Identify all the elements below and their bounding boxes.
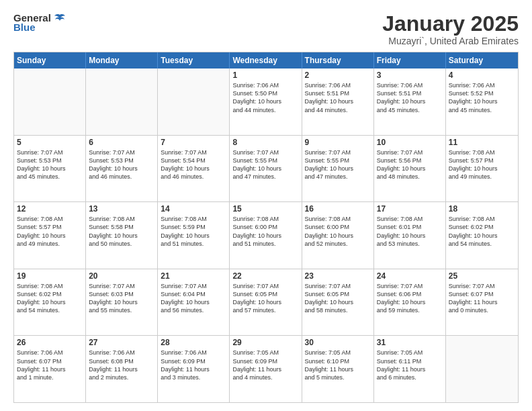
day-cell-27: 27Sunrise: 7:06 AMSunset: 6:08 PMDayligh… xyxy=(86,336,158,402)
calendar-row-4: 26Sunrise: 7:06 AMSunset: 6:07 PMDayligh… xyxy=(14,335,518,402)
day-cell-18: 18Sunrise: 7:08 AMSunset: 6:02 PMDayligh… xyxy=(446,202,518,269)
day-cell-5: 5Sunrise: 7:07 AMSunset: 5:53 PMDaylight… xyxy=(14,136,86,202)
day-number: 21 xyxy=(161,271,226,281)
day-number: 8 xyxy=(232,138,298,147)
day-cell-15: 15Sunrise: 7:08 AMSunset: 6:00 PMDayligh… xyxy=(230,202,302,269)
day-cell-23: 23Sunrise: 7:07 AMSunset: 6:05 PMDayligh… xyxy=(302,269,374,336)
calendar-row-2: 12Sunrise: 7:08 AMSunset: 5:57 PMDayligh… xyxy=(14,201,518,269)
weekday-header-thursday: Thursday xyxy=(302,52,374,68)
day-number: 5 xyxy=(17,138,83,147)
day-number: 7 xyxy=(161,138,226,147)
logo-blue-text: Blue xyxy=(13,21,36,33)
day-details: Sunrise: 7:07 AMSunset: 5:54 PMDaylight:… xyxy=(161,148,226,181)
day-details: Sunrise: 7:07 AMSunset: 6:04 PMDaylight:… xyxy=(161,282,226,315)
calendar-body: 1Sunrise: 7:06 AMSunset: 5:50 PMDaylight… xyxy=(14,68,518,402)
day-details: Sunrise: 7:07 AMSunset: 5:55 PMDaylight:… xyxy=(305,148,371,181)
day-number: 27 xyxy=(89,338,154,347)
day-cell-31: 31Sunrise: 7:05 AMSunset: 6:11 PMDayligh… xyxy=(374,336,446,402)
day-details: Sunrise: 7:07 AMSunset: 6:05 PMDaylight:… xyxy=(232,282,298,315)
day-details: Sunrise: 7:08 AMSunset: 5:59 PMDaylight:… xyxy=(161,215,226,248)
empty-cell xyxy=(14,68,86,135)
day-details: Sunrise: 7:08 AMSunset: 6:02 PMDaylight:… xyxy=(449,215,515,248)
day-details: Sunrise: 7:07 AMSunset: 5:55 PMDaylight:… xyxy=(232,148,298,181)
day-cell-14: 14Sunrise: 7:08 AMSunset: 5:59 PMDayligh… xyxy=(158,202,230,269)
day-number: 24 xyxy=(377,271,443,281)
day-cell-19: 19Sunrise: 7:08 AMSunset: 6:02 PMDayligh… xyxy=(14,269,86,336)
calendar-row-1: 5Sunrise: 7:07 AMSunset: 5:53 PMDaylight… xyxy=(14,135,518,202)
day-details: Sunrise: 7:07 AMSunset: 5:53 PMDaylight:… xyxy=(17,148,83,181)
day-details: Sunrise: 7:07 AMSunset: 5:53 PMDaylight:… xyxy=(89,148,154,181)
day-number: 15 xyxy=(232,204,298,214)
day-details: Sunrise: 7:06 AMSunset: 6:07 PMDaylight:… xyxy=(17,349,83,381)
day-number: 26 xyxy=(17,338,83,347)
day-cell-25: 25Sunrise: 7:07 AMSunset: 6:07 PMDayligh… xyxy=(446,269,518,336)
day-number: 12 xyxy=(17,204,83,214)
day-cell-3: 3Sunrise: 7:06 AMSunset: 5:51 PMDaylight… xyxy=(374,68,446,135)
day-details: Sunrise: 7:08 AMSunset: 5:57 PMDaylight:… xyxy=(449,148,515,181)
empty-cell xyxy=(86,68,158,135)
day-number: 17 xyxy=(377,204,443,214)
day-number: 20 xyxy=(89,271,154,281)
day-number: 28 xyxy=(161,338,226,347)
day-cell-11: 11Sunrise: 7:08 AMSunset: 5:57 PMDayligh… xyxy=(446,136,518,202)
day-details: Sunrise: 7:08 AMSunset: 6:02 PMDaylight:… xyxy=(17,282,83,315)
day-details: Sunrise: 7:06 AMSunset: 6:09 PMDaylight:… xyxy=(161,349,226,381)
day-number: 11 xyxy=(449,138,515,147)
day-number: 22 xyxy=(232,271,298,281)
day-details: Sunrise: 7:06 AMSunset: 5:52 PMDaylight:… xyxy=(449,81,515,114)
day-number: 18 xyxy=(449,204,515,214)
day-number: 3 xyxy=(377,71,443,80)
day-cell-7: 7Sunrise: 7:07 AMSunset: 5:54 PMDaylight… xyxy=(158,136,230,202)
day-cell-4: 4Sunrise: 7:06 AMSunset: 5:52 PMDaylight… xyxy=(446,68,518,135)
day-details: Sunrise: 7:07 AMSunset: 6:06 PMDaylight:… xyxy=(377,282,443,315)
location: Muzayri`, United Arab Emirates xyxy=(382,36,519,46)
day-number: 19 xyxy=(17,271,83,281)
day-cell-29: 29Sunrise: 7:05 AMSunset: 6:09 PMDayligh… xyxy=(230,336,302,402)
day-number: 13 xyxy=(89,204,154,214)
logo-bird-icon xyxy=(54,13,66,23)
calendar-row-3: 19Sunrise: 7:08 AMSunset: 6:02 PMDayligh… xyxy=(14,269,518,336)
day-cell-13: 13Sunrise: 7:08 AMSunset: 5:58 PMDayligh… xyxy=(86,202,158,269)
day-number: 4 xyxy=(449,71,515,80)
page: General Blue January 2025 Muzayri`, Unit… xyxy=(0,0,532,411)
day-cell-22: 22Sunrise: 7:07 AMSunset: 6:05 PMDayligh… xyxy=(230,269,302,336)
calendar-row-0: 1Sunrise: 7:06 AMSunset: 5:50 PMDaylight… xyxy=(14,68,518,135)
day-number: 9 xyxy=(305,138,371,147)
weekday-header-monday: Monday xyxy=(86,52,158,68)
day-cell-24: 24Sunrise: 7:07 AMSunset: 6:06 PMDayligh… xyxy=(374,269,446,336)
day-cell-20: 20Sunrise: 7:07 AMSunset: 6:03 PMDayligh… xyxy=(86,269,158,336)
day-cell-10: 10Sunrise: 7:07 AMSunset: 5:56 PMDayligh… xyxy=(374,136,446,202)
header-right: January 2025 Muzayri`, United Arab Emira… xyxy=(382,12,519,46)
weekday-header-sunday: Sunday xyxy=(14,52,86,68)
day-details: Sunrise: 7:08 AMSunset: 5:57 PMDaylight:… xyxy=(17,215,83,248)
month-title: January 2025 xyxy=(382,12,519,36)
day-details: Sunrise: 7:05 AMSunset: 6:11 PMDaylight:… xyxy=(377,349,443,381)
day-details: Sunrise: 7:07 AMSunset: 6:05 PMDaylight:… xyxy=(305,282,371,315)
day-details: Sunrise: 7:08 AMSunset: 6:00 PMDaylight:… xyxy=(232,215,298,248)
day-details: Sunrise: 7:06 AMSunset: 5:51 PMDaylight:… xyxy=(305,81,371,114)
weekday-header-tuesday: Tuesday xyxy=(158,52,230,68)
day-number: 1 xyxy=(232,71,298,80)
day-number: 31 xyxy=(377,338,443,347)
day-cell-6: 6Sunrise: 7:07 AMSunset: 5:53 PMDaylight… xyxy=(86,136,158,202)
empty-cell xyxy=(446,336,518,402)
day-cell-12: 12Sunrise: 7:08 AMSunset: 5:57 PMDayligh… xyxy=(14,202,86,269)
day-number: 14 xyxy=(161,204,226,214)
day-details: Sunrise: 7:07 AMSunset: 5:56 PMDaylight:… xyxy=(377,148,443,181)
day-number: 16 xyxy=(305,204,371,214)
day-cell-26: 26Sunrise: 7:06 AMSunset: 6:07 PMDayligh… xyxy=(14,336,86,402)
day-cell-9: 9Sunrise: 7:07 AMSunset: 5:55 PMDaylight… xyxy=(302,136,374,202)
day-details: Sunrise: 7:08 AMSunset: 6:01 PMDaylight:… xyxy=(377,215,443,248)
day-cell-21: 21Sunrise: 7:07 AMSunset: 6:04 PMDayligh… xyxy=(158,269,230,336)
weekday-header-saturday: Saturday xyxy=(446,52,518,68)
day-cell-2: 2Sunrise: 7:06 AMSunset: 5:51 PMDaylight… xyxy=(302,68,374,135)
day-details: Sunrise: 7:06 AMSunset: 6:08 PMDaylight:… xyxy=(89,349,154,381)
day-cell-17: 17Sunrise: 7:08 AMSunset: 6:01 PMDayligh… xyxy=(374,202,446,269)
day-cell-16: 16Sunrise: 7:08 AMSunset: 6:00 PMDayligh… xyxy=(302,202,374,269)
header: General Blue January 2025 Muzayri`, Unit… xyxy=(13,12,519,46)
day-number: 30 xyxy=(305,338,371,347)
empty-cell xyxy=(158,68,230,135)
day-details: Sunrise: 7:05 AMSunset: 6:09 PMDaylight:… xyxy=(232,349,298,381)
day-number: 23 xyxy=(305,271,371,281)
day-number: 6 xyxy=(89,138,154,147)
